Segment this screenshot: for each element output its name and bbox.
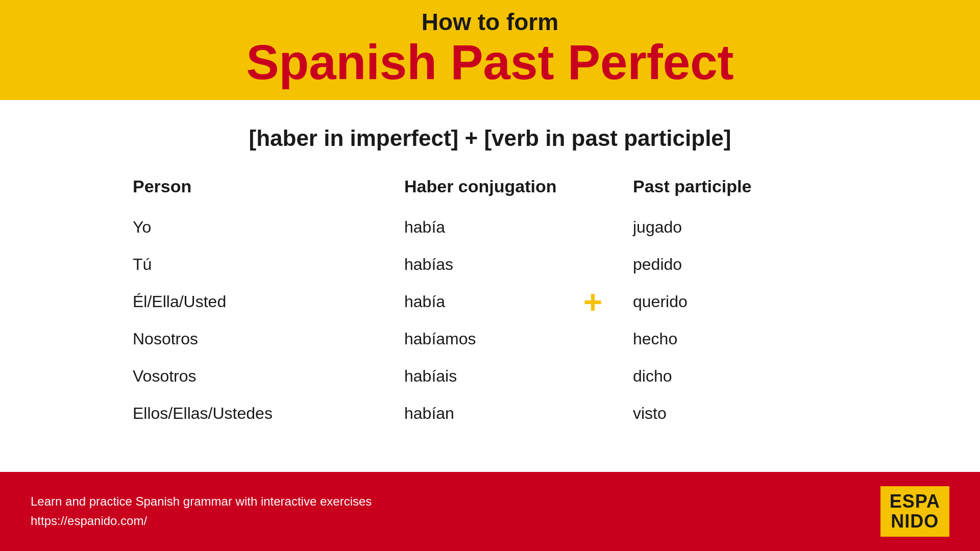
footer: Learn and practice Spanish grammar with … [0,472,980,551]
cell-haber: habíais [404,358,633,395]
table-row: Vosotroshabíaisdicho [133,358,847,395]
header-title: Spanish Past Perfect [0,35,980,89]
cell-person: Nosotros [133,320,404,358]
table-row: Nosotroshabíamoshecho [133,320,847,358]
cell-haber: había [404,209,633,246]
cell-person: Vosotros [133,358,404,395]
conjugation-table: Person Haber conjugation Past participle… [133,177,847,432]
cell-person: Tú [133,246,404,283]
cell-participle: dicho [633,358,847,395]
table-row: Túhabíaspedido [133,246,847,283]
header: How to form Spanish Past Perfect [0,0,980,100]
table-row: Yohabíajugado [133,209,847,246]
cell-person: Él/Ella/Usted [133,283,404,320]
main-content: [haber in imperfect] + [verb in past par… [0,100,980,472]
logo-anido: NIDO [890,511,940,532]
cell-participle: jugado [633,209,847,246]
cell-haber: habíamos [404,320,633,358]
cell-haber: había+ [404,283,633,320]
table-row: Ellos/Ellas/Ustedeshabíanvisto [133,395,847,432]
footer-text: Learn and practice Spanish grammar with … [31,492,372,531]
cell-person: Ellos/Ellas/Ustedes [133,395,404,432]
plus-icon: + [583,286,602,318]
col-header-haber: Haber conjugation [404,177,633,209]
col-header-participle: Past participle [633,177,847,209]
logo-esp: ESPA [890,491,940,512]
table-row: Él/Ella/Ustedhabía+querido [133,283,847,320]
cell-haber: habían [404,395,633,432]
footer-line2: https://espanido.com/ [31,514,147,528]
header-subtitle: How to form [0,9,980,35]
col-header-person: Person [133,177,404,209]
cell-person: Yo [133,209,404,246]
cell-participle: pedido [633,246,847,283]
cell-participle: querido [633,283,847,320]
cell-participle: visto [633,395,847,432]
footer-line1: Learn and practice Spanish grammar with … [31,494,372,508]
cell-haber: habías [404,246,633,283]
formula-text: [haber in imperfect] + [verb in past par… [249,126,731,151]
cell-participle: hecho [633,320,847,358]
footer-logo: ESPA NIDO [880,486,949,537]
